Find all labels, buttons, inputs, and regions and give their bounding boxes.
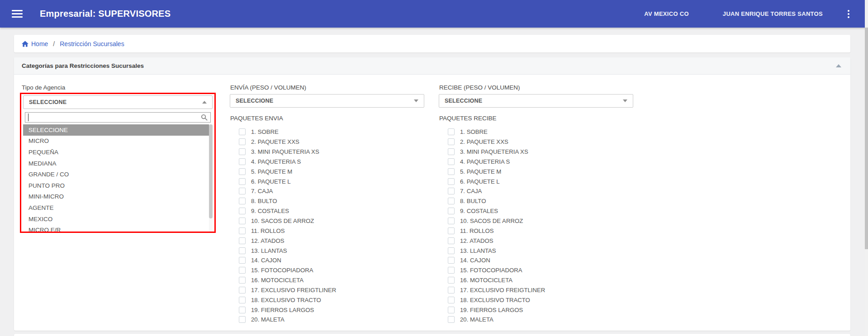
page-scrollbar[interactable] — [865, 0, 868, 336]
package-row[interactable]: 14. CAJON — [448, 256, 545, 265]
package-row[interactable]: 5. PAQUETE M — [448, 166, 545, 176]
package-row[interactable]: 5. PAQUETE M — [239, 166, 336, 176]
dropdown-option[interactable]: PEQUEÑA — [23, 147, 213, 158]
package-row[interactable]: 8. BULTO — [239, 196, 336, 206]
package-checkbox[interactable] — [239, 158, 246, 165]
package-row[interactable]: 12. ATADOS — [448, 236, 545, 246]
package-checkbox[interactable] — [239, 178, 246, 185]
package-row[interactable]: 18. EXCLUSIVO TRACTO — [239, 295, 336, 305]
package-row[interactable]: 3. MINI PAQUETERIA XS — [239, 147, 336, 157]
package-checkbox[interactable] — [448, 128, 455, 135]
package-checkbox[interactable] — [448, 247, 455, 254]
dropdown-option[interactable]: MEDIANA — [23, 158, 213, 169]
package-row[interactable]: 6. PAQUETE L — [239, 176, 336, 186]
package-row[interactable]: 20. MALETA — [239, 315, 336, 325]
package-row[interactable]: 13. LLANTAS — [239, 246, 336, 256]
package-row[interactable]: 12. ATADOS — [239, 236, 336, 246]
package-row[interactable]: 9. COSTALES — [448, 206, 545, 216]
package-row[interactable]: 19. FIERROS LARGOS — [239, 305, 336, 315]
dropdown-option[interactable]: MEXICO — [23, 213, 213, 225]
package-row[interactable]: 14. CAJON — [239, 256, 336, 265]
package-checkbox[interactable] — [239, 198, 246, 204]
package-row[interactable]: 3. MINI PAQUETERIA XS — [448, 147, 545, 157]
package-checkbox[interactable] — [448, 227, 455, 234]
package-checkbox[interactable] — [239, 297, 246, 303]
package-row[interactable]: 16. MOTOCICLETA — [239, 275, 336, 285]
package-checkbox[interactable] — [239, 316, 246, 323]
package-row[interactable]: 16. MOTOCICLETA — [448, 275, 545, 285]
package-row[interactable]: 20. MALETA — [448, 315, 545, 325]
package-checkbox[interactable] — [448, 297, 455, 303]
dropdown-option[interactable]: MICRO — [23, 136, 213, 147]
package-row[interactable]: 17. EXCLUSIVO FREIGTLINER — [448, 285, 545, 295]
kebab-menu-icon[interactable] — [844, 9, 853, 19]
package-checkbox[interactable] — [448, 168, 455, 175]
package-checkbox[interactable] — [448, 277, 455, 284]
package-checkbox[interactable] — [239, 128, 246, 135]
package-row[interactable]: 18. EXCLUSIVO TRACTO — [448, 295, 545, 305]
package-checkbox[interactable] — [448, 158, 455, 165]
package-checkbox[interactable] — [239, 168, 246, 175]
package-checkbox[interactable] — [239, 287, 246, 293]
package-row[interactable]: 4. PAQUETERIA S — [239, 157, 336, 167]
package-row[interactable]: 17. EXCLUSIVO FREIGTLINER — [239, 285, 336, 295]
package-row[interactable]: 10. SACOS DE ARROZ — [448, 216, 545, 226]
package-row[interactable]: 13. LLANTAS — [448, 246, 545, 256]
dropdown-option[interactable]: AGENTE — [23, 202, 213, 213]
package-checkbox[interactable] — [239, 138, 246, 145]
package-checkbox[interactable] — [448, 316, 455, 323]
package-checkbox[interactable] — [239, 267, 246, 274]
package-row[interactable]: 11. ROLLOS — [448, 226, 545, 236]
package-checkbox[interactable] — [448, 198, 455, 204]
package-checkbox[interactable] — [448, 148, 455, 155]
collapse-arrow-icon[interactable] — [836, 64, 841, 67]
navbar-company[interactable]: AV MEXICO CO — [644, 10, 689, 17]
package-row[interactable]: 10. SACOS DE ARROZ — [239, 216, 336, 226]
package-row[interactable]: 1. SOBRE — [448, 127, 545, 137]
package-row[interactable]: 4. PAQUETERIA S — [448, 157, 545, 167]
dropdown-option[interactable]: MICRO E/R — [23, 224, 213, 232]
agency-search-input[interactable] — [25, 112, 211, 123]
package-checkbox[interactable] — [239, 307, 246, 313]
package-checkbox[interactable] — [239, 227, 246, 234]
recibe-select[interactable]: SELECCIONE — [439, 94, 633, 108]
breadcrumb-home-link[interactable]: Home — [22, 40, 48, 47]
agency-select[interactable]: SELECCIONE — [23, 95, 213, 109]
package-row[interactable]: 15. FOTOCOPIADORA — [239, 265, 336, 275]
package-checkbox[interactable] — [239, 208, 246, 214]
package-row[interactable]: 6. PAQUETE L — [448, 176, 545, 186]
package-checkbox[interactable] — [239, 257, 246, 264]
package-checkbox[interactable] — [239, 247, 246, 254]
package-checkbox[interactable] — [448, 188, 455, 194]
package-checkbox[interactable] — [448, 237, 455, 244]
package-row[interactable]: 2. PAQUETE XXS — [239, 137, 336, 147]
package-row[interactable]: 1. SOBRE — [239, 127, 336, 137]
package-checkbox[interactable] — [239, 237, 246, 244]
envia-select[interactable]: SELECCIONE — [230, 94, 424, 108]
package-checkbox[interactable] — [239, 148, 246, 155]
package-checkbox[interactable] — [239, 218, 246, 224]
package-checkbox[interactable] — [448, 208, 455, 214]
package-checkbox[interactable] — [239, 188, 246, 194]
dropdown-option[interactable]: MINI-MICRO — [23, 191, 213, 203]
dropdown-scrollbar[interactable] — [209, 124, 213, 232]
package-row[interactable]: 7. CAJA — [448, 186, 545, 196]
package-checkbox[interactable] — [448, 257, 455, 264]
breadcrumb-current-link[interactable]: Restricción Sucursales — [60, 40, 124, 47]
dropdown-option[interactable]: GRANDE / CO — [23, 169, 213, 180]
dropdown-option[interactable]: SELECCIONE — [23, 124, 213, 136]
package-checkbox[interactable] — [448, 178, 455, 185]
package-checkbox[interactable] — [448, 287, 455, 293]
package-row[interactable]: 7. CAJA — [239, 186, 336, 196]
navbar-user[interactable]: JUAN ENRIQUE TORRES SANTOS — [723, 10, 823, 17]
package-checkbox[interactable] — [448, 267, 455, 274]
package-checkbox[interactable] — [239, 277, 246, 284]
package-row[interactable]: 15. FOTOCOPIADORA — [448, 265, 545, 275]
package-row[interactable]: 8. BULTO — [448, 196, 545, 206]
package-checkbox[interactable] — [448, 138, 455, 145]
package-checkbox[interactable] — [448, 218, 455, 224]
dropdown-option[interactable]: PUNTO PRO — [23, 180, 213, 191]
package-row[interactable]: 9. COSTALES — [239, 206, 336, 216]
hamburger-menu-icon[interactable] — [12, 10, 23, 18]
page-scrollbar-thumb[interactable] — [865, 28, 868, 249]
